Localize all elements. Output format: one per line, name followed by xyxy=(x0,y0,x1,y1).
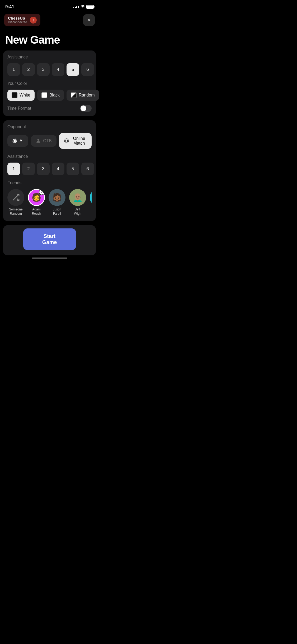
online-assist-btn-1[interactable]: 1 xyxy=(7,163,20,175)
opponent-card: Opponent AI xyxy=(3,120,96,221)
random-avatar xyxy=(7,189,24,206)
color-selector: White Black Random xyxy=(7,90,92,101)
signal-icon xyxy=(73,6,79,8)
black-swatch xyxy=(41,92,47,98)
status-bar: 9:41 xyxy=(0,0,99,12)
top-bar: ChessUp Disconnected ! × xyxy=(0,12,99,28)
online-assist-btn-4[interactable]: 4 xyxy=(52,163,64,175)
online-assist-btn-5[interactable]: 5 xyxy=(67,163,79,175)
status-time: 9:41 xyxy=(5,4,14,10)
jeff-name: JeffWigh xyxy=(74,208,81,216)
assist-btn-5[interactable]: 5 xyxy=(67,63,79,76)
friend-sharon[interactable]: 👩🏾 SharonDunn xyxy=(90,189,92,216)
toggle-knob xyxy=(81,105,86,111)
time-format-row: Time Format xyxy=(7,105,92,112)
sharon-avatar: 👩🏾 xyxy=(90,189,92,206)
online-assist-btn-3[interactable]: 3 xyxy=(37,163,50,175)
assistance-buttons: 1 2 3 4 5 6 xyxy=(7,63,92,76)
assist-btn-4[interactable]: 4 xyxy=(52,63,64,76)
adam-avatar: 🧔 ✓ xyxy=(28,189,45,206)
opponent-ai-btn[interactable]: AI xyxy=(7,135,28,147)
justin-avatar: 🧔🏾 xyxy=(49,189,65,206)
battery-icon xyxy=(86,5,94,9)
page-title: New Game xyxy=(0,28,99,50)
wifi-icon xyxy=(81,5,85,9)
online-assist-btn-2[interactable]: 2 xyxy=(22,163,35,175)
online-assist-btn-6[interactable]: 6 xyxy=(81,163,94,175)
opponent-otb-btn[interactable]: OTB xyxy=(31,135,56,147)
close-button[interactable]: × xyxy=(83,14,95,26)
assist-btn-1[interactable]: 1 xyxy=(7,63,20,76)
chip-icon xyxy=(12,138,17,144)
assist-btn-3[interactable]: 3 xyxy=(37,63,50,76)
color-black-btn[interactable]: Black xyxy=(37,90,64,101)
color-random-btn[interactable]: Random xyxy=(67,90,99,101)
alert-icon: ! xyxy=(30,17,37,24)
online-assistance-label: Assistance xyxy=(7,154,92,159)
app-status: Disconnected xyxy=(8,20,27,24)
white-swatch xyxy=(12,92,17,98)
assist-btn-2[interactable]: 2 xyxy=(22,63,35,76)
chessup-badge: ChessUp Disconnected ! xyxy=(4,14,40,26)
home-indicator xyxy=(32,257,67,259)
settings-card: Assistance 1 2 3 4 5 6 Your Color White … xyxy=(3,50,96,116)
opponent-label: Opponent xyxy=(7,125,92,129)
time-format-toggle[interactable] xyxy=(80,105,92,112)
opponent-row: AI OTB Online Match xyxy=(7,133,92,149)
person-icon xyxy=(36,138,41,144)
svg-point-14 xyxy=(37,139,39,141)
friend-adam[interactable]: 🧔 ✓ AdamRoush xyxy=(28,189,45,216)
random-swatch xyxy=(71,92,77,98)
assist-btn-6[interactable]: 6 xyxy=(81,63,94,76)
random-name: SomeoneRandom xyxy=(9,208,22,216)
bottom-bar: Start Game xyxy=(3,225,96,255)
svg-rect-1 xyxy=(14,140,16,142)
friends-label: Friends xyxy=(7,181,92,185)
color-white-btn[interactable]: White xyxy=(7,90,35,101)
friends-row: SomeoneRandom 🧔 ✓ AdamRoush 🧔🏾 JustinFar… xyxy=(7,189,92,217)
start-game-button[interactable]: Start Game xyxy=(23,228,76,250)
status-icons xyxy=(73,5,94,9)
time-format-label: Time Format xyxy=(7,106,31,111)
selected-checkmark: ✓ xyxy=(39,189,45,195)
color-label: Your Color xyxy=(7,81,92,86)
friend-justin[interactable]: 🧔🏾 JustinFarell xyxy=(49,189,65,216)
adam-name: AdamRoush xyxy=(32,208,41,216)
assistance-label: Assistance xyxy=(7,55,92,59)
justin-name: JustinFarell xyxy=(53,208,61,216)
friend-random[interactable]: SomeoneRandom xyxy=(7,189,24,216)
opponent-online-btn[interactable]: Online Match xyxy=(59,133,92,149)
app-name: ChessUp xyxy=(8,16,27,20)
globe-icon xyxy=(64,138,69,144)
online-assistance-buttons: 1 2 3 4 5 6 xyxy=(7,163,92,175)
friend-jeff[interactable]: 👨🏽‍🦲 JeffWigh xyxy=(69,189,86,216)
jeff-avatar: 👨🏽‍🦲 xyxy=(69,189,86,206)
